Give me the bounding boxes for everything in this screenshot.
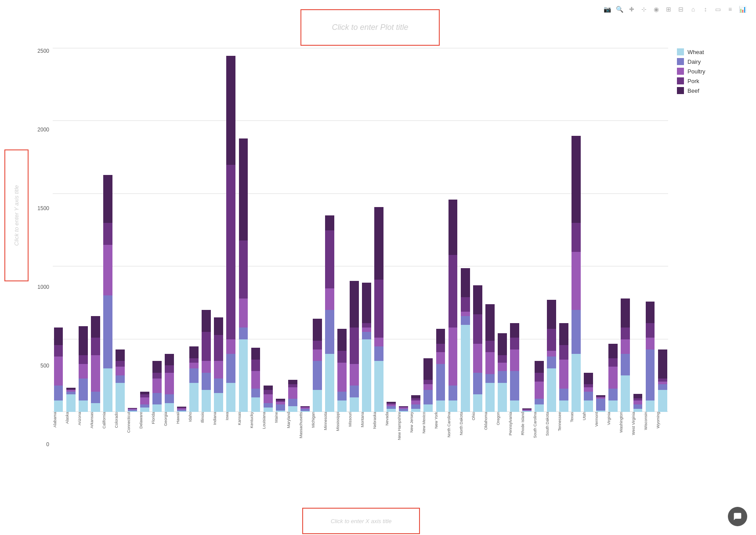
bar-dairy-california (103, 295, 112, 368)
bar-pork-north-carolina (449, 255, 458, 328)
bar-dairy-pennsylvania (510, 371, 519, 400)
state-group-florida (152, 48, 163, 412)
x-label-new-mexico: New Mexico (422, 412, 434, 435)
zoom-in-icon[interactable]: 🔍 (615, 4, 624, 14)
bar-stack-montana (362, 48, 371, 412)
bar-wheat-louisiana (264, 408, 273, 412)
y-axis-labels: 05001000150020002500 (31, 48, 53, 447)
bar-stack-washington (621, 48, 630, 412)
bar-dairy-nebraska (374, 346, 383, 361)
bar-pork-delaware (140, 394, 149, 397)
bars-container (53, 48, 668, 412)
bar-stack-north-carolina (449, 48, 458, 412)
bar-beef-arizona (79, 326, 88, 355)
x-label-tennessee: Tennessee (557, 412, 570, 433)
bar-stack-north-dakota (461, 48, 470, 412)
edit-icon[interactable]: ≡ (725, 4, 735, 14)
legend-item-pork: Pork (677, 77, 747, 84)
x-label-florida: Florida (151, 412, 163, 426)
state-group-maryland (287, 48, 298, 412)
y-axis-title[interactable]: Click to enter Y axis title (13, 185, 20, 246)
crosshair-icon[interactable]: ⊹ (639, 4, 649, 14)
bar-beef-arkansas (91, 316, 100, 338)
plot-title[interactable]: Click to enter Plot title (332, 23, 408, 32)
bar-poultry-alabama (54, 357, 63, 386)
bar-beef-mississippi (337, 329, 347, 351)
legend: Wheat Dairy Poultry Pork Beef (677, 48, 747, 94)
bar-stack-michigan (313, 48, 322, 412)
y-label-2500: 2500 (37, 48, 49, 54)
bar-beef-new-york (436, 329, 445, 343)
bar-wheat-colorado (116, 383, 125, 412)
state-group-vermont (595, 48, 607, 412)
bar-beef-indiana (214, 317, 223, 335)
bar-wheat-tennessee (559, 400, 568, 412)
bar-stack-utah (584, 48, 593, 412)
x-label-nebraska: Nebraska (373, 412, 385, 431)
bar-poultry-georgia (165, 373, 174, 395)
bar-pork-oklahoma (485, 341, 495, 352)
bar-poultry-michigan (313, 349, 322, 361)
bar-wheat-wyoming (658, 390, 667, 412)
bar-dairy-utah (584, 392, 593, 400)
bar-dairy-virginia (608, 389, 618, 400)
bar-stack-maine (276, 48, 285, 412)
state-group-kentucky (250, 48, 261, 412)
spike-icon[interactable]: ↕ (701, 4, 710, 14)
state-group-utah (583, 48, 594, 412)
bar-pork-washington (621, 328, 630, 339)
bar-pork-ohio (473, 314, 482, 343)
compare-icon[interactable]: ▭ (713, 4, 723, 14)
y-axis-title-container[interactable]: Click to enter Y axis title (4, 149, 29, 281)
bar-beef-wyoming (658, 349, 667, 379)
x-label-vermont: Vermont (594, 412, 607, 429)
x-label-texas: Texas (570, 412, 582, 424)
plot-title-container[interactable]: Click to enter Plot title (300, 9, 440, 46)
bar-wheat-arkansas (91, 403, 100, 412)
bar-poultry-south-carolina (535, 382, 544, 399)
state-group-massachusetts (299, 48, 311, 412)
bar-beef-california (103, 175, 112, 223)
plus-icon[interactable]: ✚ (627, 4, 637, 14)
state-group-wyoming (657, 48, 668, 412)
chat-bubble[interactable] (728, 507, 747, 526)
x-label-south-dakota: South Dakota (545, 412, 557, 438)
bar-pork-kentucky (251, 360, 260, 371)
bar-poultry-new-jersey (411, 400, 420, 405)
bar-stack-arkansas (91, 48, 100, 412)
bar-stack-nevada (387, 48, 396, 412)
bar-dairy-wyoming (658, 384, 667, 390)
bar-dairy-new-york (436, 364, 445, 400)
legend-item-dairy: Dairy (677, 58, 747, 65)
bar-stack-maryland (288, 48, 297, 412)
bar-poultry-mississippi (337, 363, 347, 392)
reset-icon[interactable]: ⌂ (688, 4, 698, 14)
state-group-missouri (349, 48, 360, 412)
bar-dairy-iowa (226, 354, 235, 383)
bar-beef-pennsylvania (510, 323, 519, 338)
bar-pork-louisiana (264, 390, 273, 394)
legend-item-poultry: Poultry (677, 68, 747, 75)
x-axis-title[interactable]: Click to enter X axis title (331, 518, 392, 524)
legend-item-wheat: Wheat (677, 48, 747, 55)
bar-dairy-florida (152, 393, 162, 404)
x-axis-title-container[interactable]: Click to enter X axis title (302, 508, 420, 534)
bar-pork-virginia (608, 358, 618, 367)
y-label-2000: 2000 (37, 127, 49, 132)
bar-wheat-north-carolina (449, 400, 458, 412)
chart-icon[interactable]: 📊 (738, 4, 747, 14)
bar-wheat-maryland (288, 406, 297, 412)
bar-pork-oregon (498, 355, 507, 363)
bar-dairy-arizona (79, 379, 88, 400)
bar-dairy-mississippi (337, 392, 347, 400)
lasso-icon[interactable]: ◉ (651, 4, 661, 14)
y-label-500: 500 (40, 363, 49, 368)
x-label-kansas: Kansas (237, 412, 250, 427)
camera-icon[interactable]: 📷 (602, 4, 612, 14)
bar-beef-north-dakota (461, 268, 470, 297)
bar-poultry-north-carolina (449, 328, 458, 386)
zoom-icon[interactable]: ⊟ (676, 4, 686, 14)
bar-beef-maryland (288, 380, 297, 384)
bar-poultry-south-dakota (547, 351, 556, 357)
pan-icon[interactable]: ⊞ (664, 4, 673, 14)
